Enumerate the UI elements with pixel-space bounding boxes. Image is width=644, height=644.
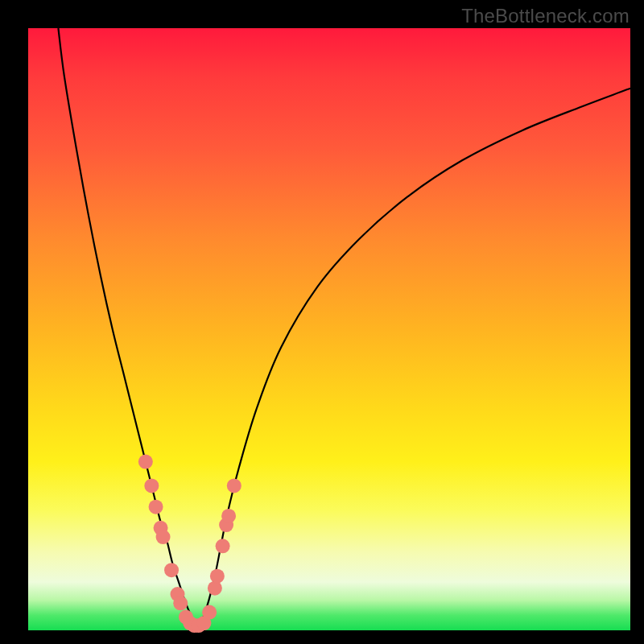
left-curve	[58, 28, 196, 627]
plot-area	[28, 28, 630, 630]
highlight-dot	[164, 563, 179, 577]
highlight-dot	[144, 478, 159, 493]
highlight-dot	[208, 581, 222, 596]
highlight-dot	[149, 500, 163, 514]
highlight-dot	[210, 569, 225, 584]
right-curve	[196, 89, 630, 627]
outer-frame: TheBottleneck.com	[0, 0, 644, 644]
highlight-dot	[216, 539, 230, 553]
highlight-dot	[221, 509, 236, 523]
chart-svg	[28, 28, 630, 630]
highlight-dot	[156, 530, 171, 544]
highlight-dots	[138, 455, 242, 633]
highlight-dot	[202, 605, 217, 620]
highlight-dot	[227, 478, 242, 493]
highlight-dot	[138, 455, 153, 469]
highlight-dot	[173, 596, 188, 610]
watermark-text: TheBottleneck.com	[461, 5, 630, 27]
